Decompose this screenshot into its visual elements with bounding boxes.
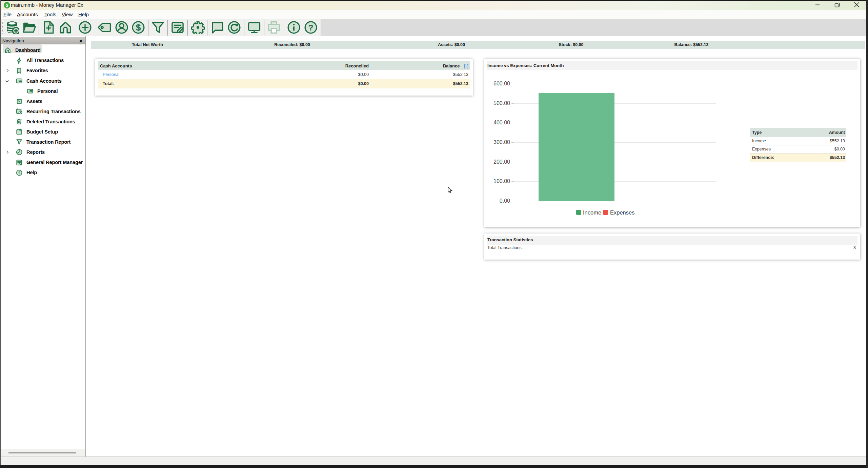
svg-text:?: ? xyxy=(18,170,20,175)
svg-text:?: ? xyxy=(308,23,314,32)
svg-text:$: $ xyxy=(6,3,8,8)
svg-text:$: $ xyxy=(136,22,141,33)
